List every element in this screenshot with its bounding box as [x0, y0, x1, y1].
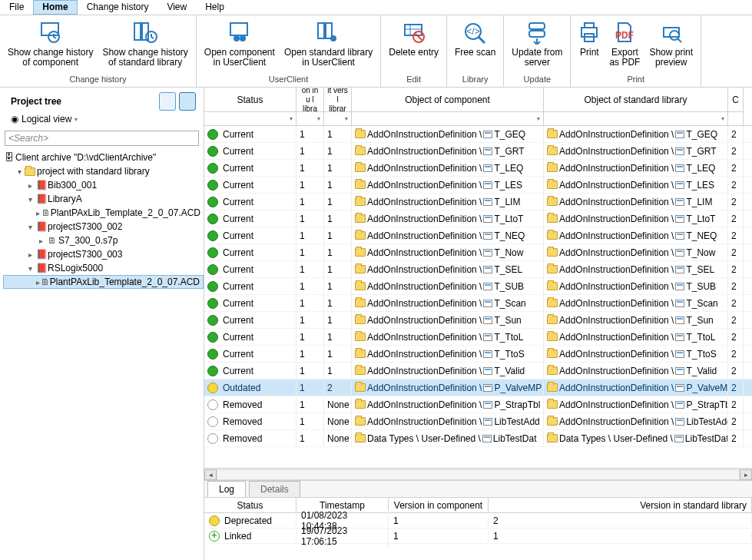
block-icon — [482, 435, 492, 442]
v1-cell: 1 — [296, 379, 324, 396]
tree-root[interactable]: Client archive "D:\vdClientArchive" — [15, 152, 156, 163]
table-row[interactable]: Current11 AddOnInstructionDefinition \ T… — [204, 278, 752, 295]
tree-item[interactable]: ▾📕projectS7300_002 — [3, 220, 204, 234]
delete-entry-button[interactable]: Delete entry — [384, 17, 443, 75]
tree-item[interactable]: ▾📕LibraryA — [3, 192, 204, 206]
last-cell: 2 — [728, 295, 744, 311]
filter-status[interactable]: ▾ — [204, 111, 296, 125]
block-icon — [483, 181, 492, 189]
update-server-button[interactable]: Update fromserver — [507, 17, 567, 75]
print-button[interactable]: Print — [574, 17, 605, 75]
expander-icon[interactable]: ▸ — [25, 250, 35, 259]
table-row[interactable]: Current11 AddOnInstructionDefinition \ T… — [204, 210, 752, 227]
expander-icon[interactable]: ▸ — [35, 237, 46, 245]
tree-item-label: project with standard library — [37, 166, 150, 177]
open-component-button[interactable]: Open componentin UserClient — [200, 17, 280, 75]
filter-v1[interactable]: ▾ — [296, 111, 323, 125]
obj-cell: AddOnInstructionDefinition \ P_StrapTbl — [352, 396, 544, 413]
table-row[interactable]: Current11 AddOnInstructionDefinition \ T… — [204, 227, 752, 244]
db-view-icon-alt[interactable] — [179, 92, 196, 111]
block-icon — [675, 316, 684, 324]
tree-item[interactable]: ▸🗎S7_300_0.s7p — [3, 234, 204, 247]
table-row[interactable]: Outdated12 AddOnInstructionDefinition \ … — [204, 379, 752, 396]
tab-details[interactable]: Details — [249, 481, 300, 497]
log-col-vsl[interactable]: Version in standard library — [489, 498, 752, 512]
table-row[interactable]: Current11 AddOnInstructionDefinition \ T… — [204, 261, 752, 278]
folder-icon — [355, 299, 366, 307]
col-last[interactable]: C — [728, 88, 743, 111]
export-pdf-button[interactable]: PDFExportas PDF — [605, 17, 644, 75]
folder-icon — [355, 214, 366, 223]
log-row[interactable]: Linked19/07/2023 17:06:1511 — [204, 529, 752, 544]
col-v1[interactable]: on in u l libra — [296, 88, 323, 111]
scroll-right-button[interactable]: ▸ — [740, 469, 752, 480]
show-chg-component-button[interactable]: Show change historyof component — [3, 17, 98, 75]
expander-icon[interactable]: ▾ — [25, 264, 35, 273]
status-dot-icon — [207, 214, 218, 224]
ribbon-group-label: Print — [627, 75, 644, 85]
table-row[interactable]: Current11 AddOnInstructionDefinition \ T… — [204, 312, 752, 329]
table-row[interactable]: Current11 AddOnInstructionDefinition \ T… — [204, 363, 752, 379]
filter-v2[interactable]: ▾ — [324, 111, 351, 125]
col-v2[interactable]: it vers l librar — [324, 88, 351, 111]
tree-view[interactable]: 🗄 Client archive "D:\vdClientArchive" ▾p… — [0, 147, 204, 560]
chevron-down-icon[interactable]: ▾ — [75, 116, 78, 123]
scroll-left-button[interactable]: ◂ — [204, 469, 217, 480]
menu-home[interactable]: Home — [33, 0, 77, 15]
log-row[interactable]: Deprecated01/08/2023 10:44:3812 — [204, 513, 752, 529]
block-icon — [483, 300, 492, 307]
table-row[interactable]: Removed1None AddOnInstructionDefinition … — [204, 413, 752, 430]
show-chg-stdlib-button[interactable]: Show change historyof standard library — [98, 17, 192, 75]
tree-item[interactable]: ▸🗎PlantPAxLib_Template_2_0_07.ACD — [3, 206, 204, 220]
obj-cell: AddOnInstructionDefinition \ T_Valid — [352, 363, 544, 379]
table-row[interactable]: Current11 AddOnInstructionDefinition \ T… — [204, 244, 752, 261]
table-row[interactable]: Removed1None Data Types \ User-Defined \… — [204, 430, 752, 447]
status-cell: Current — [223, 264, 253, 275]
tree-item[interactable]: ▸🗎PlantPAxLib_Template_2_0_07.ACD — [3, 275, 204, 289]
filter-obj[interactable]: ▾ — [352, 111, 543, 125]
log-vsl: 1 — [489, 531, 752, 542]
table-row[interactable]: Current11 AddOnInstructionDefinition \ T… — [204, 126, 752, 143]
table-row[interactable]: Removed1None AddOnInstructionDefinition … — [204, 396, 752, 413]
menu-file[interactable]: File — [0, 0, 33, 15]
scroll-track[interactable] — [217, 469, 740, 480]
table-row[interactable]: Current11 AddOnInstructionDefinition \ T… — [204, 329, 752, 346]
tree-item[interactable]: ▸📕projectS7300_003 — [3, 247, 204, 261]
menu-help[interactable]: Help — [196, 0, 234, 15]
table-row[interactable]: Current11 AddOnInstructionDefinition \ T… — [204, 143, 752, 160]
log-vc: 1 — [389, 531, 489, 542]
table-row[interactable]: Current11 AddOnInstructionDefinition \ T… — [204, 194, 752, 210]
tree-item[interactable]: ▾project with standard library — [3, 164, 204, 178]
last-cell: 2 — [728, 346, 744, 362]
search-input[interactable]: <Search> — [5, 131, 199, 146]
expander-icon[interactable]: ▾ — [25, 223, 35, 231]
log-col-status[interactable]: Status — [204, 498, 296, 512]
tree-item[interactable]: ▾📕RSLogix5000 — [3, 261, 204, 275]
expander-icon[interactable]: ▾ — [25, 195, 35, 204]
log-col-vc[interactable]: Version in component — [389, 498, 489, 512]
col-obj2[interactable]: Object of standard library — [544, 88, 727, 111]
filter-obj2[interactable]: ▾ — [544, 111, 727, 125]
grid-body[interactable]: Current11 AddOnInstructionDefinition \ T… — [204, 126, 752, 468]
tree-item-label: projectS7300_002 — [48, 221, 122, 232]
table-row[interactable]: Current11 AddOnInstructionDefinition \ T… — [204, 346, 752, 363]
print-preview-button[interactable]: Show printpreview — [644, 17, 697, 75]
table-row[interactable]: Current11 AddOnInstructionDefinition \ T… — [204, 177, 752, 194]
status-dot-icon — [207, 230, 218, 241]
table-row[interactable]: Current11 AddOnInstructionDefinition \ T… — [204, 295, 752, 312]
menu-change-history[interactable]: Change history — [78, 0, 158, 15]
col-obj[interactable]: Object of component — [352, 88, 543, 111]
expander-icon[interactable]: ▾ — [14, 167, 25, 176]
expander-icon[interactable]: ▸ — [25, 181, 35, 190]
logical-view-label[interactable]: Logical view — [22, 114, 71, 124]
expander-icon[interactable]: ▸ — [35, 209, 41, 217]
open-stdlib-button[interactable]: Open standard libraryin UserClient — [280, 17, 377, 75]
tree-item[interactable]: ▸📕Bib300_001 — [3, 178, 204, 192]
h-scrollbar[interactable]: ◂ ▸ — [204, 468, 752, 480]
menu-view[interactable]: View — [157, 0, 196, 15]
db-view-icon[interactable] — [159, 92, 176, 111]
table-row[interactable]: Current11 AddOnInstructionDefinition \ T… — [204, 160, 752, 177]
tab-log[interactable]: Log — [207, 481, 246, 497]
free-scan-button[interactable]: </>Free scan — [450, 17, 500, 75]
col-status[interactable]: Status — [204, 88, 296, 111]
